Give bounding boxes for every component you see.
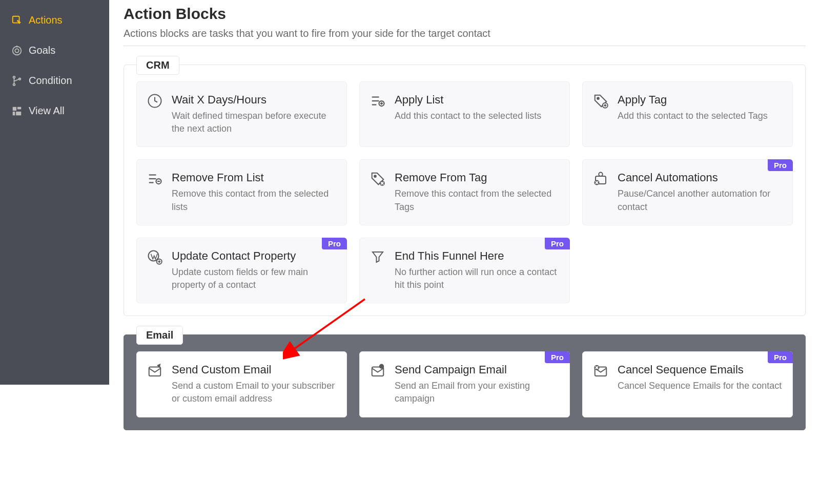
funnel-stop-icon (370, 249, 386, 266)
sidebar: Actions Goals Condition (0, 0, 109, 385)
svg-rect-8 (17, 107, 21, 109)
header-divider (124, 46, 806, 46)
card-title: Update Contact Property (172, 249, 336, 263)
sidebar-item-view-all[interactable]: View All (0, 96, 109, 126)
card-send-custom-email[interactable]: Send Custom Email Send a custom Email to… (136, 351, 347, 417)
page-title: Action Blocks (124, 5, 806, 23)
card-wait-x-days[interactable]: Wait X Days/Hours Wait defined timespan … (136, 81, 347, 147)
card-title: Cancel Automations (618, 171, 782, 184)
svg-rect-9 (13, 111, 15, 115)
svg-rect-7 (13, 107, 16, 110)
branch-icon (11, 75, 23, 87)
card-cancel-automations[interactable]: Pro Cancel Automations Pause/Cancel anot… (582, 159, 793, 225)
svg-point-2 (15, 49, 18, 52)
sidebar-item-label: Condition (29, 75, 72, 87)
tag-add-icon (593, 93, 609, 110)
section-email: Email Send Custom Email Send a custom Em… (124, 334, 806, 430)
card-update-contact-property[interactable]: Pro Update Contact Property Update custo… (136, 238, 347, 303)
card-desc: Update custom fields or few main propert… (172, 266, 336, 291)
card-desc: Pause/Cancel another automation for cont… (618, 187, 782, 213)
card-remove-from-list[interactable]: Remove From List Remove this contact fro… (136, 159, 347, 225)
svg-point-42 (380, 365, 384, 369)
card-title: Wait X Days/Hours (172, 93, 336, 107)
card-title: Remove From Tag (395, 171, 559, 184)
pro-badge: Pro (322, 238, 347, 249)
automation-cancel-icon (593, 171, 609, 187)
svg-point-27 (374, 176, 376, 178)
card-title: Send Campaign Email (395, 363, 559, 376)
card-desc: Send a custom Email to your subscriber o… (172, 380, 336, 405)
target-icon (11, 45, 23, 56)
card-title: End This Funnel Here (395, 249, 559, 263)
card-send-campaign-email[interactable]: Pro Send Campaign Email Send an Email fr… (359, 351, 570, 417)
section-crm-label: CRM (136, 56, 179, 75)
card-desc: Cancel Sequence Emails for the contact (618, 380, 782, 392)
svg-point-4 (13, 76, 15, 78)
card-desc: Add this contact to the selected Tags (618, 110, 782, 122)
svg-point-1 (13, 46, 22, 55)
card-title: Apply Tag (618, 93, 782, 107)
section-email-label: Email (136, 326, 183, 345)
campaign-email-icon (370, 363, 386, 380)
svg-point-5 (13, 83, 15, 86)
card-title: Apply List (395, 93, 559, 107)
clock-icon (147, 93, 163, 110)
sidebar-item-label: Goals (29, 45, 55, 56)
pro-badge: Pro (545, 351, 570, 363)
grid-icon (11, 106, 23, 117)
pro-badge: Pro (545, 238, 570, 249)
sidebar-item-goals[interactable]: Goals (0, 35, 109, 66)
wordpress-gear-icon (147, 249, 163, 266)
card-title: Cancel Sequence Emails (618, 363, 782, 376)
card-remove-from-tag[interactable]: Remove From Tag Remove this contact from… (359, 159, 570, 225)
card-desc: Remove this contact from the selected li… (172, 187, 336, 213)
cursor-click-icon (11, 15, 23, 26)
card-title: Remove From List (172, 171, 336, 184)
sidebar-item-condition[interactable]: Condition (0, 66, 109, 96)
svg-point-36 (149, 250, 159, 261)
card-title: Send Custom Email (172, 363, 336, 376)
card-desc: Send an Email from your existing campaig… (395, 380, 559, 405)
svg-point-18 (597, 97, 599, 99)
sidebar-item-label: View All (29, 105, 65, 117)
email-send-icon (147, 363, 163, 380)
svg-point-32 (599, 173, 603, 177)
card-end-funnel[interactable]: Pro End This Funnel Here No further acti… (359, 238, 570, 303)
svg-rect-10 (16, 111, 21, 115)
card-cancel-sequence-emails[interactable]: Pro Cancel Sequence Emails Cancel Sequen… (582, 351, 793, 417)
sidebar-item-label: Actions (29, 14, 63, 26)
pro-badge: Pro (768, 351, 793, 363)
card-apply-tag[interactable]: Apply Tag Add this contact to the select… (582, 81, 793, 147)
card-desc: Wait defined timespan before execute the… (172, 110, 336, 135)
email-cancel-icon (593, 363, 609, 380)
page-subtitle: Actions blocks are tasks that you want t… (124, 28, 806, 39)
list-add-icon (370, 93, 386, 110)
card-desc: No further action will run once a contac… (395, 266, 559, 291)
svg-rect-40 (149, 367, 161, 376)
main-content: Action Blocks Actions blocks are tasks t… (109, 0, 820, 504)
card-desc: Add this contact to the selected lists (395, 110, 559, 122)
sidebar-item-actions[interactable]: Actions (0, 5, 109, 35)
tag-remove-icon (370, 171, 386, 187)
section-crm: CRM Wait X Days/Hours Wait defined times… (124, 65, 806, 316)
pro-badge: Pro (768, 159, 793, 171)
list-remove-icon (147, 171, 163, 187)
card-apply-list[interactable]: Apply List Add this contact to the selec… (359, 81, 570, 147)
card-desc: Remove this contact from the selected Ta… (395, 187, 559, 213)
